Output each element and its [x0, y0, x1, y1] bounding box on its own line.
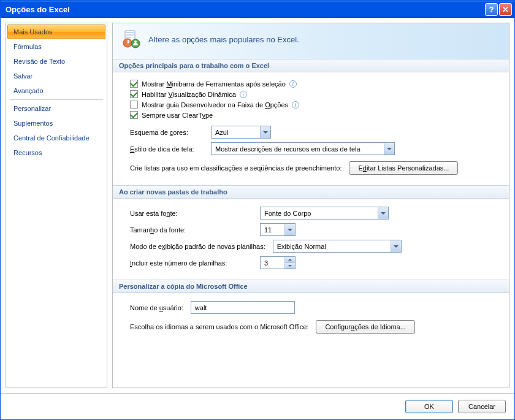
row-defaultview: Modo de exibição padrão de novas planilh… [130, 238, 499, 254]
info-icon[interactable]: i [292, 101, 299, 109]
button-label: OK [424, 403, 434, 410]
sidebar-item-label: Personalizar [13, 105, 51, 112]
chevron-down-icon [378, 207, 388, 219]
button-label: Cancelar [468, 403, 495, 410]
checkbox-livepreview[interactable] [130, 90, 138, 98]
checkbox-developer[interactable] [130, 101, 138, 109]
ok-button[interactable]: OK [405, 400, 453, 413]
content-scroll: Altere as opções mais populares no Excel… [113, 23, 509, 388]
section-body-main: Mostrar Minibarra de Ferramentas após se… [113, 72, 509, 185]
label-fontsize: Tamanho da fonte: [130, 226, 253, 234]
language-settings-button[interactable]: Configurações de Idioma... [316, 320, 414, 334]
row-color-scheme: Esquema de cores: Azul [130, 124, 499, 140]
spinner-sheetcount[interactable]: 3 [260, 256, 296, 269]
sidebar-item-label: Suplementos [13, 120, 53, 127]
row-custom-lists: Crie listas para uso em classificações e… [130, 159, 499, 177]
sidebar-item-label: Fórmulas [13, 43, 42, 50]
sidebar-item-label: Recursos [13, 149, 42, 156]
sidebar-item-mais-usados[interactable]: Mais Usados [7, 25, 105, 39]
banner-text: Altere as opções mais populares no Excel… [148, 35, 299, 44]
label-custom-lists: Crie listas para uso em classificações e… [130, 164, 341, 172]
category-sidebar: Mais Usados Fórmulas Revisão de Texto Sa… [6, 23, 107, 388]
select-screentip[interactable]: Mostrar descrições de recursos em dicas … [211, 142, 395, 155]
sidebar-separator [10, 99, 103, 100]
excel-options-window: Opções do Excel ? ✕ Mais Usados Fórmulas… [0, 0, 515, 420]
content-pane: Altere as opções mais populares no Excel… [112, 23, 509, 388]
checkbox-minibar[interactable] [130, 80, 138, 88]
titlebar: Opções do Excel ? ✕ [1, 1, 514, 18]
select-fontsize[interactable]: 11 [260, 223, 296, 236]
help-button[interactable]: ? [485, 3, 498, 16]
close-button[interactable]: ✕ [499, 3, 512, 16]
row-username: Nome de usuário: walt [130, 299, 499, 316]
sidebar-item-salvar[interactable]: Salvar [7, 69, 105, 83]
label-font: Usar esta fonte: [130, 210, 253, 217]
spinner-value: 3 [261, 257, 284, 269]
row-screentip: Estilo de dica de tela: Mostrar descriçõ… [130, 140, 499, 157]
label-defaultview: Modo de exibição padrão de novas planilh… [130, 243, 265, 250]
sidebar-item-personalizar[interactable]: Personalizar [7, 101, 105, 116]
select-value: Fonte do Corpo [261, 210, 378, 217]
sidebar-item-formulas[interactable]: Fórmulas [7, 39, 105, 54]
edit-custom-lists-button[interactable]: Editar Listas Personalizadas... [349, 161, 458, 175]
chevron-down-icon [384, 143, 394, 155]
section-body-personalize: Nome de usuário: walt Escolha os idiomas… [113, 293, 509, 344]
checkbox-cleartype[interactable] [130, 111, 138, 119]
checkbox-row-developer: Mostrar guia Desenvolvedor na Faixa de O… [130, 99, 499, 110]
row-language: Escolha os idiomas a serem usados com o … [130, 318, 499, 335]
info-icon[interactable]: i [289, 80, 297, 88]
spinner-up[interactable] [285, 257, 295, 263]
select-value: 11 [261, 226, 284, 234]
label-language: Escolha os idiomas a serem usados com o … [130, 323, 308, 330]
checkbox-row-minibar: Mostrar Minibarra de Ferramentas após se… [130, 78, 499, 89]
chevron-down-icon [391, 240, 401, 252]
checkbox-row-livepreview: Habilitar Visualização Dinâmica i [130, 89, 499, 99]
spinner-down[interactable] [285, 263, 295, 269]
chevron-down-icon [260, 126, 270, 138]
section-header-personalize: Personalizar a cópia do Microsoft Office [113, 280, 509, 293]
sidebar-item-avancado[interactable]: Avançado [7, 83, 105, 98]
banner-icon [121, 29, 141, 49]
titlebar-buttons: ? ✕ [485, 3, 512, 16]
label-sheetcount: Incluir este número de planilhas: [130, 259, 253, 267]
select-value: Exibição Normal [273, 243, 391, 250]
checkbox-label: Mostrar Minibarra de Ferramentas após se… [142, 80, 286, 88]
select-color-scheme[interactable]: Azul [211, 126, 271, 139]
select-value: Azul [212, 129, 260, 136]
section-body-newwb: Usar esta fonte: Fonte do Corpo Tamanho … [113, 199, 509, 280]
checkbox-label: Mostrar guia Desenvolvedor na Faixa de O… [142, 101, 288, 109]
select-font[interactable]: Fonte do Corpo [260, 207, 389, 220]
svg-rect-3 [126, 37, 131, 38]
banner: Altere as opções mais populares no Excel… [113, 23, 509, 59]
checkbox-row-cleartype: Sempre usar ClearType [130, 110, 499, 120]
sidebar-item-label: Central de Confiabilidade [13, 134, 90, 142]
svg-rect-1 [126, 32, 134, 33]
sidebar-item-label: Mais Usados [13, 28, 53, 36]
section-header-newwb: Ao criar novas pastas de trabalho [113, 185, 509, 199]
chevron-down-icon [284, 224, 295, 235]
checkbox-label: Habilitar Visualização Dinâmica [142, 91, 236, 98]
row-fontsize: Tamanho da fonte: 11 [130, 221, 499, 238]
input-value: walt [195, 304, 207, 311]
sidebar-item-label: Avançado [13, 87, 44, 94]
select-value: Mostrar descrições de recursos em dicas … [212, 145, 384, 153]
section-header-main: Opções principais para o trabalho com o … [113, 59, 509, 72]
label-color-scheme: Esquema de cores: [130, 129, 204, 136]
spinner-buttons [284, 257, 295, 269]
label-username: Nome de usuário: [130, 304, 183, 311]
sidebar-item-suplementos[interactable]: Suplementos [7, 116, 105, 131]
window-title: Opções do Excel [6, 5, 485, 14]
sidebar-item-label: Salvar [13, 72, 32, 80]
select-defaultview[interactable]: Exibição Normal [273, 240, 402, 253]
sidebar-item-recursos[interactable]: Recursos [7, 145, 105, 160]
dialog-body: Mais Usados Fórmulas Revisão de Texto Sa… [1, 18, 514, 393]
cancel-button[interactable]: Cancelar [458, 400, 506, 413]
sidebar-item-label: Revisão de Texto [13, 58, 65, 65]
sidebar-item-revisao[interactable]: Revisão de Texto [7, 54, 105, 69]
svg-rect-2 [126, 34, 134, 36]
svg-point-6 [134, 40, 137, 43]
input-username[interactable]: walt [191, 301, 295, 314]
sidebar-item-central[interactable]: Central de Confiabilidade [7, 131, 105, 145]
info-icon[interactable]: i [240, 91, 247, 98]
label-screentip: Estilo de dica de tela: [130, 145, 204, 153]
